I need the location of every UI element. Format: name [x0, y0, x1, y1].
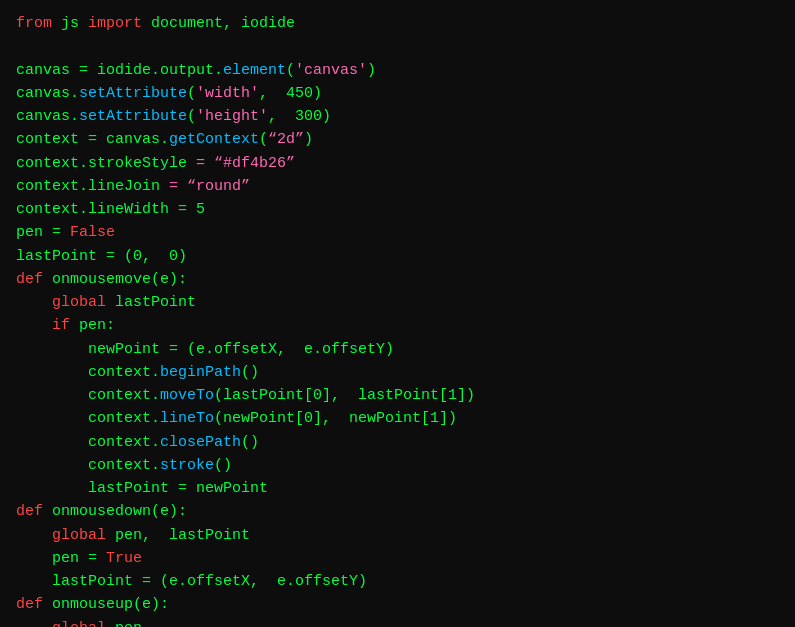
code-line: lastPoint = (e.offsetX, e.offsetY) — [16, 570, 779, 593]
code-line: canvas.setAttribute('width', 450) — [16, 82, 779, 105]
code-line: def onmousemove(e): — [16, 268, 779, 291]
code-line: global pen — [16, 617, 779, 628]
code-line: context.moveTo(lastPoint[0], lastPoint[1… — [16, 384, 779, 407]
code-line: context.beginPath() — [16, 361, 779, 384]
code-line: lastPoint = newPoint — [16, 477, 779, 500]
code-line: lastPoint = (0, 0) — [16, 245, 779, 268]
code-line: newPoint = (e.offsetX, e.offsetY) — [16, 338, 779, 361]
code-line: context.lineJoin = “round” — [16, 175, 779, 198]
code-line: global lastPoint — [16, 291, 779, 314]
code-line: context.strokeStyle = “#df4b26” — [16, 152, 779, 175]
code-line: canvas = iodide.output.element('canvas') — [16, 59, 779, 82]
code-line: pen = True — [16, 547, 779, 570]
code-line: canvas.setAttribute('height', 300) — [16, 105, 779, 128]
code-line: if pen: — [16, 314, 779, 337]
code-line: context.lineWidth = 5 — [16, 198, 779, 221]
code-editor: from js import document, iodide canvas =… — [0, 0, 795, 627]
code-line: def onmousedown(e): — [16, 500, 779, 523]
code-line: context = canvas.getContext(“2d”) — [16, 128, 779, 151]
code-line: global pen, lastPoint — [16, 524, 779, 547]
code-line: context.stroke() — [16, 454, 779, 477]
code-line: context.lineTo(newPoint[0], newPoint[1]) — [16, 407, 779, 430]
code-line: from js import document, iodide — [16, 12, 779, 35]
code-line: context.closePath() — [16, 431, 779, 454]
code-line: pen = False — [16, 221, 779, 244]
code-line: def onmouseup(e): — [16, 593, 779, 616]
code-line — [16, 35, 779, 58]
